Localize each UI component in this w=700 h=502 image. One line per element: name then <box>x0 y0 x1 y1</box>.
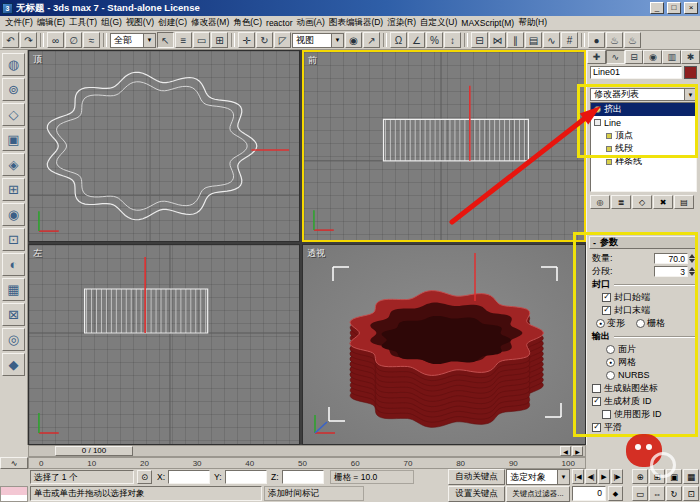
generate-material-checkbox[interactable]: ✓ <box>592 397 601 406</box>
layer-manager-button[interactable]: ▤ <box>525 32 542 48</box>
track-bar[interactable]: 0 10 20 30 40 50 60 70 80 90 100 <box>28 457 586 469</box>
pan-button[interactable]: ⇔ <box>649 486 665 501</box>
unlink-button[interactable]: ∅ <box>65 32 82 48</box>
tab-utilities[interactable]: ✱ <box>681 50 700 64</box>
set-key-button[interactable]: 设置关键点 <box>448 486 505 502</box>
select-scale-button[interactable]: ◸ <box>274 32 291 48</box>
segments-spinner[interactable]: 3 <box>654 266 695 277</box>
time-slider[interactable]: 0 / 100 <box>55 446 133 456</box>
menu-file[interactable]: 文件(F) <box>3 16 35 30</box>
object-name-field[interactable]: Line01 <box>590 66 682 79</box>
grid-radio[interactable] <box>636 319 645 328</box>
pin-stack-button[interactable]: ◎ <box>590 195 610 209</box>
reference-coordinate-dropdown[interactable]: 视图▼ <box>292 33 344 48</box>
viewport-perspective-label[interactable]: 透视 <box>307 247 325 260</box>
reactor-button-5[interactable]: ◈ <box>2 153 25 176</box>
select-object-button[interactable]: ↖ <box>157 32 174 48</box>
arc-rotate-button[interactable]: ↻ <box>666 486 682 501</box>
key-mode-toggle-button[interactable]: ◆ <box>608 486 623 501</box>
reactor-button-8[interactable]: ⊡ <box>2 228 25 251</box>
viewport-top[interactable]: 顶 <box>28 50 300 242</box>
maximize-viewport-button[interactable]: ⊡ <box>683 486 699 501</box>
reactor-button-13[interactable]: ◆ <box>2 353 25 376</box>
amount-value[interactable]: 70.0 <box>654 253 688 264</box>
close-button[interactable]: × <box>684 2 698 14</box>
nurbs-radio[interactable] <box>606 371 615 380</box>
mirror-button[interactable]: ⋈ <box>489 32 506 48</box>
current-frame-field[interactable]: 0 <box>572 486 606 501</box>
undo-button[interactable]: ↶ <box>2 32 19 48</box>
menu-create[interactable]: 创建(C) <box>156 16 189 30</box>
stack-item-extrude[interactable]: 挤出 <box>591 103 696 116</box>
use-pivot-button[interactable]: ◉ <box>345 32 362 48</box>
viewport-left[interactable]: 左 <box>28 244 300 445</box>
select-by-name-button[interactable]: ≡ <box>175 32 192 48</box>
menu-views[interactable]: 视图(V) <box>124 16 156 30</box>
reactor-button-12[interactable]: ◎ <box>2 328 25 351</box>
angle-snap-button[interactable]: ∠ <box>408 32 425 48</box>
select-manipulate-button[interactable]: ↗ <box>363 32 380 48</box>
menu-graph-editors[interactable]: 图表编辑器(D) <box>327 16 385 30</box>
time-slider-track[interactable]: 0 / 100 ◀ ▶ <box>28 445 586 457</box>
selection-region-button[interactable]: ▭ <box>193 32 210 48</box>
add-time-tag[interactable]: 添加时间标记 <box>264 486 364 501</box>
segments-value[interactable]: 3 <box>654 266 688 277</box>
spinner-arrows-icon[interactable] <box>689 267 695 276</box>
y-coordinate-field[interactable] <box>225 470 267 484</box>
named-selection-button[interactable]: ⊟ <box>471 32 488 48</box>
select-rotate-button[interactable]: ↻ <box>256 32 273 48</box>
configure-modifier-sets-button[interactable]: ▤ <box>674 195 694 209</box>
stack-item-line[interactable]: Line <box>591 116 696 129</box>
stack-item-vertex[interactable]: 顶点 <box>591 129 696 142</box>
menu-help[interactable]: 帮助(H) <box>516 16 549 30</box>
reactor-button-3[interactable]: ◇ <box>2 103 25 126</box>
next-frame-arrow[interactable]: ▶ <box>572 446 583 456</box>
menu-tools[interactable]: 工具(T) <box>67 16 99 30</box>
reactor-button-11[interactable]: ⊠ <box>2 303 25 326</box>
tab-motion[interactable]: ◉ <box>643 50 662 64</box>
remove-modifier-button[interactable]: ✖ <box>653 195 673 209</box>
menu-animation[interactable]: 动画(A) <box>295 16 327 30</box>
patch-radio[interactable] <box>606 345 615 354</box>
modifier-bulb-icon[interactable] <box>594 106 601 113</box>
window-crossing-button[interactable]: ⊞ <box>211 32 228 48</box>
reactor-button-10[interactable]: ▦ <box>2 278 25 301</box>
play-button[interactable]: ▶ <box>598 469 610 484</box>
render-setup-button[interactable]: ♨ <box>606 32 623 48</box>
make-unique-button[interactable]: ◇ <box>632 195 652 209</box>
reactor-button-1[interactable]: ◍ <box>2 53 25 76</box>
reactor-button-2[interactable]: ⊚ <box>2 78 25 101</box>
key-filters-button[interactable]: 关键点过滤器... <box>506 486 570 502</box>
go-to-start-button[interactable]: |◀ <box>572 469 584 484</box>
selected-filter-dropdown[interactable]: 选定对象▼ <box>506 469 570 485</box>
menu-customize[interactable]: 自定义(U) <box>418 16 459 30</box>
menu-edit[interactable]: 编辑(E) <box>35 16 67 30</box>
schematic-view-button[interactable]: # <box>561 32 578 48</box>
select-link-button[interactable]: ∞ <box>47 32 64 48</box>
snap-toggle-button[interactable]: Ω <box>390 32 407 48</box>
show-end-result-button[interactable]: ≣ <box>611 195 631 209</box>
select-move-button[interactable]: ✛ <box>238 32 255 48</box>
stack-item-spline[interactable]: 样条线 <box>591 155 696 168</box>
parameters-rollout-header[interactable]: - 参数 <box>589 236 698 249</box>
bind-spacewarp-button[interactable]: ≈ <box>83 32 100 48</box>
auto-key-button[interactable]: 自动关键点 <box>448 469 505 485</box>
selection-lock-button[interactable]: ⊙ <box>137 470 152 484</box>
viewport-top-label[interactable]: 顶 <box>33 53 42 66</box>
x-coordinate-field[interactable] <box>168 470 210 484</box>
align-button[interactable]: ∥ <box>507 32 524 48</box>
redo-button[interactable]: ↷ <box>20 32 37 48</box>
reactor-button-6[interactable]: ⊞ <box>2 178 25 201</box>
morph-radio[interactable]: ● <box>596 319 605 328</box>
zoom-button[interactable]: ⊕ <box>632 469 648 484</box>
reactor-button-4[interactable]: ▣ <box>2 128 25 151</box>
tab-create[interactable]: ✚ <box>587 50 606 64</box>
zoom-extents-all-button[interactable]: ▦ <box>683 469 699 484</box>
percent-snap-button[interactable]: % <box>426 32 443 48</box>
maxscript-mini-listener[interactable] <box>0 486 28 502</box>
reactor-button-7[interactable]: ◉ <box>2 203 25 226</box>
material-editor-button[interactable]: ● <box>588 32 605 48</box>
viewport-left-label[interactable]: 左 <box>33 247 42 260</box>
open-mini-curve-editor-button[interactable]: ∿ <box>0 457 28 469</box>
stack-item-segment[interactable]: 线段 <box>591 142 696 155</box>
